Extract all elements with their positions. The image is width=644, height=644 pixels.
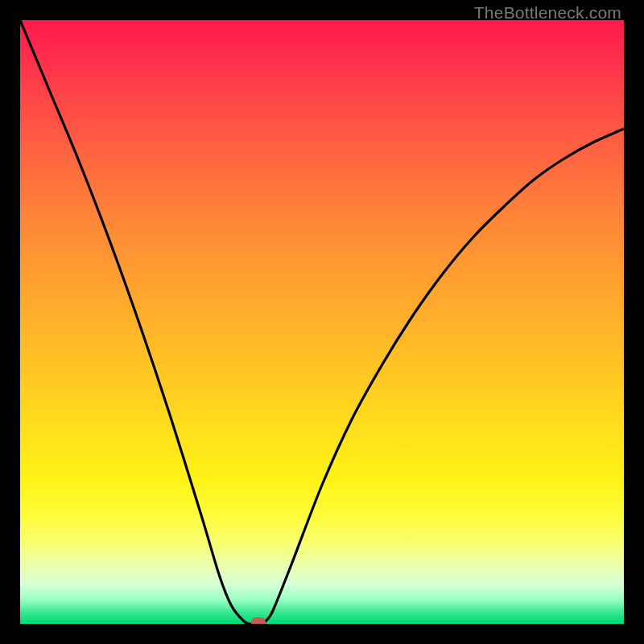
chart-container: TheBottleneck.com xyxy=(0,0,644,644)
optimal-marker xyxy=(251,617,266,624)
bottleneck-curve xyxy=(20,20,624,624)
plot-area xyxy=(20,20,624,624)
curve-svg xyxy=(20,20,624,624)
